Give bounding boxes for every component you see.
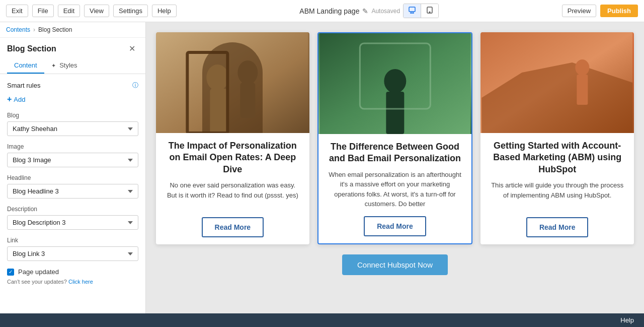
blog-card-2: The Difference Between Good and Bad Emai…	[317, 32, 473, 244]
view-toggle	[403, 4, 439, 18]
blog-card-3-image	[480, 32, 634, 133]
click-here-link[interactable]: Click here	[68, 279, 93, 285]
desktop-view-button[interactable]	[404, 4, 421, 18]
help-label: Help	[620, 316, 634, 324]
close-panel-button[interactable]: ✕	[126, 43, 138, 54]
blog-card-2-image	[318, 33, 472, 134]
edit-page-title-icon[interactable]: ✎	[362, 7, 368, 15]
add-rule-button[interactable]: + Add	[7, 94, 25, 105]
breadcrumb-current: Blog Section	[38, 26, 72, 33]
read-more-button-1[interactable]: Read More	[202, 217, 264, 237]
tablet-view-button[interactable]	[421, 4, 438, 18]
tab-styles-label: Styles	[59, 61, 77, 69]
blog-card-1-title: The Impact of Personalization on Email O…	[164, 140, 301, 175]
file-button[interactable]: File	[32, 5, 54, 17]
help-menu-button[interactable]: Help	[152, 5, 177, 17]
blog-card-2-desc: When email personalization is an afterth…	[327, 170, 464, 209]
connect-btn-row: Connect Hubspot Now	[156, 254, 634, 275]
description-field-group: Description Blog Description 3	[7, 206, 138, 230]
left-panel: Contents › Blog Section Blog Section ✕ C…	[0, 22, 146, 313]
svg-rect-19	[577, 75, 588, 105]
image-field-group: Image Blog 3 Image	[7, 143, 138, 167]
blog-card-3-title: Getting Started with Account-Based Marke…	[489, 140, 626, 175]
connect-hubspot-button[interactable]: Connect Hubspot Now	[342, 254, 448, 275]
panel-nav: Contents › Blog Section	[0, 22, 145, 38]
blog-card-3: Getting Started with Account-Based Marke…	[480, 32, 634, 244]
blog-select[interactable]: Kathy Sheehan	[7, 121, 138, 136]
page-updated-label: Page updated	[18, 268, 59, 276]
top-toolbar: Exit File Edit View Settings Help ABM La…	[0, 0, 644, 22]
blog-card-1-image	[156, 32, 309, 133]
svg-rect-0	[409, 7, 415, 12]
blog-card-1-desc: No one ever said personalization was eas…	[164, 180, 301, 210]
tab-content-label: Content	[14, 61, 37, 69]
image-select[interactable]: Blog 3 Image	[7, 153, 138, 167]
styles-tab-icon: ✦	[51, 62, 56, 69]
read-more-button-3[interactable]: Read More	[526, 217, 589, 237]
smart-rules-label: Smart rules	[7, 82, 40, 89]
svg-point-18	[576, 59, 590, 76]
link-label: Link	[7, 237, 138, 244]
top-bar-right: Preview Publish	[562, 5, 638, 17]
autosaved-label: Autosaved	[371, 8, 400, 15]
tab-content[interactable]: Content	[7, 57, 44, 74]
svg-rect-8	[240, 83, 255, 118]
page-updated-row: ✓ Page updated	[7, 268, 138, 276]
top-bar-left: Exit File Edit View Settings Help	[6, 5, 177, 17]
blog-card-2-body: The Difference Between Good and Bad Emai…	[318, 134, 472, 243]
svg-point-5	[429, 12, 430, 13]
add-icon: +	[7, 95, 12, 104]
blog-card-1-body: The Impact of Personalization on Email O…	[156, 133, 309, 244]
breadcrumb-parent[interactable]: Contents	[6, 26, 30, 33]
exit-button[interactable]: Exit	[6, 5, 28, 17]
description-label: Description	[7, 206, 138, 213]
panel-header: Blog Section ✕	[0, 38, 145, 57]
svg-point-13	[384, 69, 406, 93]
preview-button[interactable]: Preview	[562, 5, 596, 17]
panel-tabs: Content ✦ Styles	[0, 57, 145, 74]
headline-select[interactable]: Blog Headline 3	[7, 184, 138, 199]
panel-title: Blog Section	[7, 44, 56, 53]
top-bar-center: ABM Landing page ✎ Autosaved	[299, 4, 439, 18]
headline-label: Headline	[7, 174, 138, 181]
description-select[interactable]: Blog Description 3	[7, 215, 138, 230]
svg-rect-6	[157, 32, 308, 133]
blog-card-3-body: Getting Started with Account-Based Marke…	[480, 133, 634, 244]
blog-card-1-cta: Read More	[164, 217, 301, 237]
main-layout: Contents › Blog Section Blog Section ✕ C…	[0, 22, 644, 313]
tab-styles[interactable]: ✦ Styles	[44, 57, 85, 74]
blog-field-group: Blog Kathy Sheehan	[7, 112, 138, 136]
view-button[interactable]: View	[84, 5, 109, 17]
link-select[interactable]: Blog Link 3	[7, 246, 138, 261]
headline-field-group: Headline Blog Headline 3	[7, 174, 138, 199]
add-label: Add	[14, 96, 25, 103]
blog-card-3-cta: Read More	[489, 217, 626, 237]
bottom-bar: Help	[0, 313, 644, 327]
svg-point-9	[206, 64, 228, 91]
blog-card-3-desc: This article will guide you through the …	[489, 180, 626, 210]
breadcrumb-separator: ›	[33, 26, 35, 33]
svg-rect-14	[386, 92, 404, 134]
page-updated-checkbox[interactable]: ✓	[7, 269, 14, 276]
page-title: ABM Landing page	[299, 7, 359, 15]
updates-note: Can't see your updates? Click here	[7, 279, 138, 285]
blog-card-2-cta: Read More	[327, 216, 464, 236]
content-area: The Impact of Personalization on Email O…	[146, 22, 644, 313]
svg-rect-10	[210, 89, 227, 133]
blog-card-1: The Impact of Personalization on Email O…	[156, 32, 309, 244]
panel-body: Smart rules ⓘ + Add Blog Kathy Sheehan I…	[0, 74, 145, 313]
blog-card-2-title: The Difference Between Good and Bad Emai…	[327, 141, 464, 165]
edit-button[interactable]: Edit	[58, 5, 80, 17]
svg-point-7	[237, 60, 258, 85]
image-label: Image	[7, 143, 138, 150]
blog-label: Blog	[7, 112, 138, 119]
smart-rules-info-icon: ⓘ	[132, 81, 138, 90]
smart-rules-row: Smart rules ⓘ	[7, 81, 138, 90]
link-field-group: Link Blog Link 3	[7, 237, 138, 261]
read-more-button-2[interactable]: Read More	[364, 216, 426, 236]
settings-menu-button[interactable]: Settings	[113, 5, 148, 17]
blog-grid: The Impact of Personalization on Email O…	[156, 32, 634, 244]
publish-button[interactable]: Publish	[600, 5, 638, 17]
